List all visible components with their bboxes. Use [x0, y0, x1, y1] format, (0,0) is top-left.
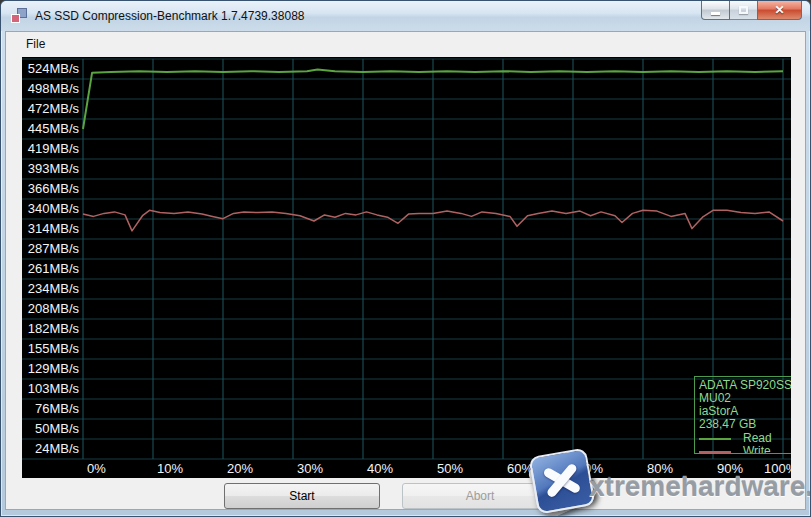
x-axis-tick-label: 20% [227, 460, 253, 477]
y-axis-tick-label: 234MB/s [22, 280, 79, 298]
maximize-icon [739, 6, 748, 14]
legend-device-info: 238,47 GB [699, 418, 791, 431]
y-axis-tick-label: 129MB/s [22, 360, 79, 378]
menu-item-file[interactable]: File [18, 32, 53, 56]
x-axis-tick-label: 90% [717, 460, 743, 477]
y-axis-tick-label: 182MB/s [22, 320, 79, 338]
y-axis-tick-label: 24MB/s [22, 440, 79, 458]
x-axis-tick-label: 10% [157, 460, 183, 477]
menu-bar: File [6, 32, 805, 56]
abort-button[interactable]: Abort [402, 483, 558, 509]
start-button[interactable]: Start [224, 483, 380, 509]
x-axis-tick-label: 60% [507, 460, 533, 477]
legend-write-label: Write [743, 446, 771, 454]
app-icon [11, 8, 27, 24]
y-axis-tick-label: 103MB/s [22, 380, 79, 398]
x-axis-tick-label: 40% [367, 460, 393, 477]
minimize-button[interactable] [701, 1, 730, 20]
app-window: AS SSD Compression-Benchmark 1.7.4739.38… [0, 0, 811, 517]
maximize-button[interactable] [730, 1, 757, 20]
y-axis-tick-label: 393MB/s [22, 160, 79, 178]
y-axis-tick-label: 498MB/s [22, 80, 79, 98]
y-axis-tick-label: 524MB/s [22, 60, 79, 78]
y-axis-tick-label: 340MB/s [22, 200, 79, 218]
y-axis-tick-label: 50MB/s [22, 420, 79, 438]
benchmark-chart: ADATA SP920SS SCMU02iaStorA238,47 GB Rea… [22, 57, 791, 478]
x-axis-tick-label: 100% [764, 460, 791, 477]
x-axis-tick-label: 70% [577, 460, 603, 477]
x-axis-tick-label: 30% [297, 460, 323, 477]
y-axis-tick-label: 208MB/s [22, 300, 79, 318]
close-button[interactable]: ✕ [757, 1, 802, 20]
y-axis-tick-label: 366MB/s [22, 180, 79, 198]
y-axis-tick-label: 76MB/s [22, 400, 79, 418]
legend-entry-write: Write [699, 446, 791, 454]
y-axis-tick-label: 419MB/s [22, 140, 79, 158]
window-controls: ✕ [701, 1, 802, 20]
read-line-swatch [699, 438, 731, 440]
y-axis-tick-label: 314MB/s [22, 220, 79, 238]
y-axis-tick-label: 287MB/s [22, 240, 79, 258]
title-bar[interactable]: AS SSD Compression-Benchmark 1.7.4739.38… [1, 1, 810, 31]
window-title: AS SSD Compression-Benchmark 1.7.4739.38… [35, 9, 304, 23]
chart-legend: ADATA SP920SS SCMU02iaStorA238,47 GB Rea… [694, 376, 791, 454]
x-axis-tick-label: 80% [647, 460, 673, 477]
close-icon: ✕ [774, 4, 784, 16]
legend-read-label: Read [743, 433, 772, 444]
y-axis-tick-label: 155MB/s [22, 340, 79, 358]
x-axis-tick-label: 50% [437, 460, 463, 477]
y-axis-tick-label: 445MB/s [22, 120, 79, 138]
minimize-icon [711, 12, 720, 15]
chart-plot [22, 57, 791, 478]
y-axis-tick-label: 261MB/s [22, 260, 79, 278]
x-axis-tick-label: 0% [87, 460, 106, 477]
legend-entry-read: Read [699, 433, 791, 444]
write-line-swatch [699, 451, 731, 453]
y-axis-tick-label: 472MB/s [22, 100, 79, 118]
client-area: File ADATA SP920SS SCMU02iaStorA238,47 G… [5, 31, 806, 510]
